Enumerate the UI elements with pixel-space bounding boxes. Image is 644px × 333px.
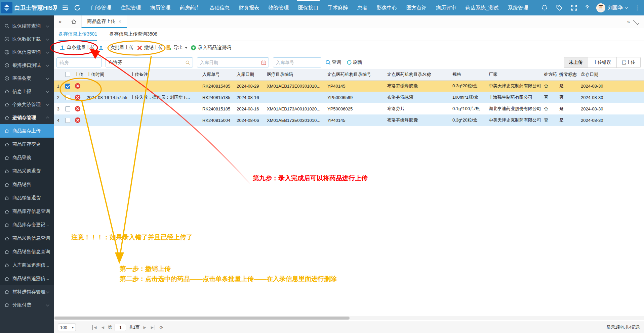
inbound-date-input[interactable] — [197, 58, 261, 67]
next-page-icon[interactable]: ▶ — [141, 325, 148, 330]
main-content: « 商品盘存上传 × » 盘存信息上传3501盘存信息上传查询3508 单条批量… — [54, 15, 644, 333]
tab-list-dropdown-icon[interactable] — [633, 18, 639, 25]
sidebar-item-label: 商品库存变更 — [12, 141, 41, 147]
nav-item-2[interactable]: 病历管理 — [146, 0, 175, 15]
sidebar-item-21[interactable]: 分组付费 — [0, 298, 54, 312]
sidebar-item-1[interactable]: 医保数据下载 — [0, 33, 54, 46]
refresh-button[interactable]: 刷新 — [347, 59, 362, 65]
toolbar-button-label: 导出 — [173, 45, 183, 51]
nav-item-5[interactable]: 财务报表 — [234, 0, 264, 15]
row-checkbox[interactable] — [65, 106, 70, 111]
toolbar-button-2[interactable]: 撤销上传 — [137, 45, 163, 51]
collapse-tabs-icon[interactable]: « — [54, 18, 66, 25]
nav-item-0[interactable]: 门诊管理 — [86, 0, 116, 15]
cell-upload_time — [85, 103, 128, 114]
sidebar-item-16[interactable]: 商品采购信息查询 — [0, 232, 54, 245]
sidebar-item-label: 商品盘存上传 — [12, 128, 41, 134]
nav-item-12[interactable]: 病历评审 — [431, 0, 461, 15]
reload-grid-icon[interactable]: ⟳ — [159, 325, 163, 330]
sidebar-item-2[interactable]: 医保信息查询 — [0, 46, 54, 59]
sidebar-item-17[interactable]: 商品销售信息查询 — [0, 245, 54, 258]
help-icon[interactable]: ? — [586, 4, 589, 11]
nav-item-10[interactable]: 影像中心 — [372, 0, 402, 15]
nav-item-9[interactable]: 患者 — [353, 0, 372, 15]
sidebar-item-18[interactable]: 入库商品追溯信... — [0, 258, 54, 272]
page-number-input[interactable] — [115, 324, 126, 331]
header-col-7: 定点医药机构目录名称 — [385, 69, 450, 80]
tab-goods-inventory-upload[interactable]: 商品盘存上传 × — [81, 15, 127, 28]
sidebar-item-11[interactable]: 商品采购退货 — [0, 164, 54, 178]
subtab-0[interactable]: 盘存信息上传3501 — [58, 28, 97, 41]
table-row-2[interactable]: 3RK2408151852024-08-16XM01AEB173A0010102… — [54, 103, 644, 114]
toolbar-button-3[interactable]: 导出 — [166, 45, 188, 51]
nav-item-3[interactable]: 药房药库 — [175, 0, 205, 15]
table-row-3[interactable]: 4RK2408150042024-08-06XM01AEB173E0030101… — [54, 114, 644, 126]
sidebar-item-5[interactable]: 信息上报 — [0, 85, 54, 98]
nav-item-6[interactable]: 物资管理 — [264, 0, 293, 15]
sidebar-item-12[interactable]: 商品销售 — [0, 178, 54, 191]
pharmacy-input[interactable] — [57, 58, 101, 67]
toolbar-button-4[interactable]: 录入药品追溯码 — [191, 45, 231, 51]
user-menu[interactable]: 刘国华 — [608, 5, 628, 11]
user-name-label: 刘国华 — [608, 5, 623, 11]
page-size-select[interactable]: 100 ▾ — [58, 324, 76, 331]
calendar-icon[interactable]: 17 — [261, 60, 266, 65]
sidebar-item-13[interactable]: 商品销售退货 — [0, 191, 54, 205]
sidebar-item-3[interactable]: 银海接口测试 — [0, 59, 54, 72]
query-button[interactable]: 查询 — [325, 59, 341, 65]
user-avatar[interactable] — [596, 3, 605, 12]
sidebar-item-7[interactable]: 进销存管理 — [0, 111, 54, 124]
nav-item-1[interactable]: 住院管理 — [116, 0, 146, 15]
table-row-0[interactable]: 1RK2408154852024-08-29XM01AEB173E0030101… — [54, 80, 644, 92]
sidebar-item-15[interactable]: 商品库存变更记... — [0, 218, 54, 232]
nav-item-13[interactable]: 药店系统_测试 — [461, 0, 503, 15]
fullscreen-icon[interactable] — [571, 4, 577, 11]
horizontal-scrollbar-thumb[interactable] — [54, 317, 350, 320]
nav-item-8[interactable]: 手术麻醉 — [323, 0, 353, 15]
cell-in_date: 2024-08-16 — [235, 103, 265, 114]
row-upload-status-cell — [73, 103, 85, 114]
sidebar-item-20[interactable]: 材料进销存管理 — [0, 285, 54, 298]
toolbar-button-1[interactable]: 一次批量上传 — [98, 45, 134, 51]
table-row-1[interactable]: 22024-08-16 14:57:55上传失败，操作员：刘国华 F...RK2… — [54, 92, 644, 103]
last-page-icon[interactable]: ▶ — [149, 325, 155, 330]
nav-item-11[interactable]: 医方点评 — [402, 0, 431, 15]
nav-item-4[interactable]: 基础信息 — [205, 0, 234, 15]
notifications-bell-icon[interactable] — [541, 4, 548, 11]
status-filter-1[interactable]: 上传错误 — [588, 57, 617, 68]
nav-item-7[interactable]: 医保接口 — [293, 0, 323, 15]
cube-icon — [4, 76, 9, 81]
page-refresh-icon[interactable] — [74, 4, 81, 11]
close-tab-icon[interactable]: × — [118, 19, 121, 24]
nav-item-14[interactable]: 系统管理 — [503, 0, 533, 15]
status-filter-2[interactable]: 已上传 — [617, 57, 641, 68]
inbound-orderno-input[interactable] — [273, 58, 321, 67]
row-upload-status-cell — [73, 80, 85, 92]
sidebar-item-19[interactable]: 商品销售追溯信... — [0, 272, 54, 285]
status-filter-0[interactable]: 未上传 — [564, 57, 588, 68]
row-index: 3 — [54, 103, 63, 114]
first-page-icon[interactable]: ◀ — [92, 325, 99, 330]
menu-fold-icon[interactable] — [62, 4, 69, 11]
prev-page-icon[interactable]: ◀ — [99, 325, 106, 330]
select-all-checkbox[interactable] — [65, 72, 70, 77]
toolbar-button-0[interactable]: 单条批量上传 — [59, 45, 95, 51]
expand-tabs-icon[interactable]: » — [624, 19, 633, 25]
row-checkbox-cell — [63, 114, 73, 126]
sidebar-item-6[interactable]: 个账共济管理 — [0, 98, 54, 111]
subtab-1[interactable]: 盘存信息上传查询3508 — [109, 28, 157, 41]
sidebar-item-0[interactable]: 医保结算查询 — [0, 19, 54, 33]
row-checkbox[interactable] — [65, 95, 70, 100]
sidebar-item-4[interactable]: 医保备案 — [0, 72, 54, 85]
home-tab-icon[interactable] — [71, 19, 77, 25]
row-checkbox[interactable] — [65, 118, 70, 123]
sidebar-item-14[interactable]: 商品库存信息查询 — [0, 205, 54, 218]
sidebar-item-9[interactable]: 商品库存变更 — [0, 138, 54, 151]
drug-keyword-input[interactable] — [106, 58, 185, 67]
sidebar-item-8[interactable]: 商品盘存上传 — [0, 124, 54, 138]
row-checkbox[interactable] — [65, 84, 70, 89]
sidebar-item-label: 材料进销存管理 — [12, 289, 45, 295]
more-options-icon[interactable]: ⋮ — [634, 4, 640, 11]
tag-icon[interactable] — [556, 4, 563, 11]
sidebar-item-10[interactable]: 商品采购 — [0, 151, 54, 164]
